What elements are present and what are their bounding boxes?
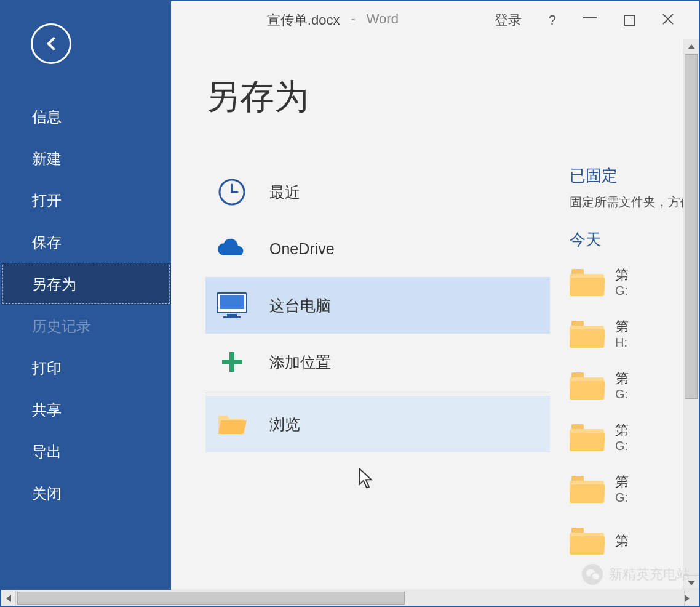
sidebar-item-save-as[interactable]: 另存为 (1, 263, 171, 305)
folder-row[interactable]: 第G: (570, 464, 683, 515)
scroll-up-button[interactable] (683, 39, 699, 54)
back-button[interactable] (31, 23, 71, 64)
folder-icon (570, 269, 604, 296)
arrow-left-icon (41, 33, 62, 54)
login-button[interactable]: 登录 (495, 14, 522, 27)
folder-icon (570, 321, 604, 348)
locations-divider (205, 393, 550, 393)
location-browse[interactable]: 浏览 (205, 396, 550, 452)
sidebar-item-info[interactable]: 信息 (1, 96, 171, 138)
location-recent-label: 最近 (269, 182, 300, 203)
detail-column: 已固定 固定所需文件夹，方便以后查找。鼠标悬停在某个文件夹上方时， 今天 第G: (550, 164, 683, 590)
plus-icon (215, 345, 249, 379)
folder-row[interactable]: 第 (570, 515, 683, 567)
location-onedrive-label: OneDrive (269, 240, 335, 258)
document-title: 宣传单.docx (267, 11, 340, 30)
horizontal-scroll-track[interactable] (16, 590, 684, 606)
vertical-scrollbar[interactable] (683, 39, 699, 590)
minimize-button[interactable] (583, 17, 597, 18)
folder-name: 第 (615, 370, 629, 387)
folder-path: H: (615, 335, 629, 350)
scroll-left-button[interactable] (1, 590, 16, 606)
backstage-sidebar: 信息 新建 打开 保存 另存为 历史记录 打印 共享 导出 关闭 (1, 1, 171, 590)
folder-icon (570, 476, 604, 503)
folder-icon (570, 528, 604, 555)
folder-path: G: (615, 387, 629, 402)
computer-icon (215, 289, 249, 322)
location-onedrive[interactable]: OneDrive (205, 220, 550, 277)
maximize-button[interactable] (624, 15, 635, 26)
folder-path: G: (615, 438, 629, 454)
help-button[interactable]: ? (549, 14, 556, 27)
folder-name: 第 (615, 422, 629, 439)
sidebar-item-share[interactable]: 共享 (1, 389, 171, 431)
folder-icon (570, 372, 604, 400)
folder-row[interactable]: 第H: (570, 308, 683, 360)
sidebar-item-export[interactable]: 导出 (1, 431, 171, 473)
today-header: 今天 (570, 229, 683, 251)
sidebar-item-history: 历史记录 (1, 305, 171, 347)
folder-name: 第 (615, 318, 629, 336)
folder-icon (570, 424, 604, 451)
pinned-header: 已固定 (570, 165, 683, 187)
locations-column: 最近 OneDrive (205, 164, 550, 590)
title-separator: - (351, 11, 355, 30)
svg-rect-6 (220, 295, 244, 309)
folder-path: G: (615, 490, 629, 505)
app-name: Word (367, 11, 399, 30)
page-title: 另存为 (205, 74, 683, 121)
svg-rect-10 (222, 360, 242, 364)
svg-rect-8 (223, 316, 241, 318)
location-add-place[interactable]: 添加位置 (205, 334, 550, 390)
svg-rect-7 (227, 314, 237, 316)
location-add-place-label: 添加位置 (269, 352, 331, 372)
location-recent[interactable]: 最近 (205, 164, 550, 220)
close-button[interactable] (662, 13, 674, 28)
sidebar-item-open[interactable]: 打开 (1, 180, 171, 222)
folder-name: 第 (615, 473, 629, 491)
close-icon (662, 13, 674, 25)
horizontal-scrollbar[interactable] (1, 590, 699, 606)
location-browse-label: 浏览 (269, 414, 300, 435)
title-bar: 宣传单.docx - Word 登录 ? (171, 1, 699, 39)
horizontal-scroll-thumb[interactable] (17, 592, 405, 605)
location-this-pc-label: 这台电脑 (269, 295, 331, 316)
sidebar-item-print[interactable]: 打印 (1, 347, 171, 389)
vertical-scroll-thumb[interactable] (685, 54, 698, 399)
scroll-down-button[interactable] (683, 575, 699, 590)
folder-name: 第 (615, 267, 629, 284)
folder-path: G: (615, 283, 629, 299)
pinned-subtext: 固定所需文件夹，方便以后查找。鼠标悬停在某个文件夹上方时， (570, 193, 683, 212)
location-this-pc[interactable]: 这台电脑 (205, 277, 550, 334)
clock-icon (215, 175, 249, 209)
scroll-right-button[interactable] (684, 590, 699, 606)
folder-row[interactable]: 第G: (570, 412, 683, 464)
sidebar-item-new[interactable]: 新建 (1, 138, 171, 180)
cloud-icon (215, 232, 249, 265)
folder-name: 第 (615, 533, 629, 550)
folder-row[interactable]: 第G: (570, 257, 683, 308)
folder-open-icon (215, 408, 249, 441)
folder-row[interactable]: 第G: (570, 360, 683, 412)
sidebar-item-save[interactable]: 保存 (1, 222, 171, 263)
sidebar-item-close[interactable]: 关闭 (1, 473, 171, 515)
